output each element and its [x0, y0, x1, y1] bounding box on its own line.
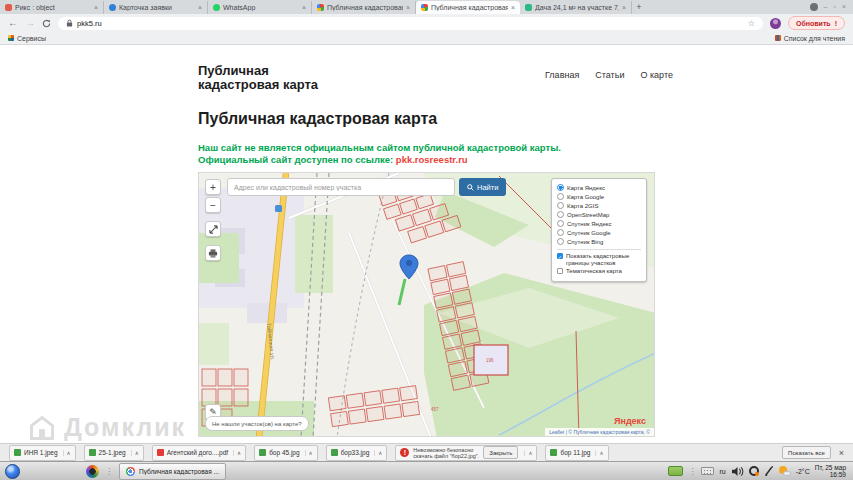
close-icon[interactable]: ×	[302, 4, 306, 11]
yandex-logo[interactable]: Яндекс	[614, 416, 646, 426]
taskbar-clock[interactable]: Пт, 25 мар 16:59	[815, 464, 846, 479]
chevron-up-icon[interactable]: ∧	[374, 450, 382, 456]
disclaimer-line1: Наш сайт не является официальным сайтом …	[198, 142, 561, 154]
zoom-in-button[interactable]: +	[205, 179, 221, 195]
tab-dacha[interactable]: Дача 24,1 м² на участке 7,2 с... ×	[520, 1, 632, 14]
downloads-close-icon[interactable]: ×	[839, 448, 844, 458]
keyboard-tray-icon[interactable]	[701, 467, 714, 475]
tab-title: Дача 24,1 м² на участке 7,2 с...	[535, 4, 619, 11]
reload-icon[interactable]	[42, 19, 51, 28]
close-icon[interactable]: ×	[198, 4, 202, 11]
address-bar[interactable]: pkk5.ru ☆	[58, 17, 763, 30]
tab-pkk-active[interactable]: Публичная кадастровая ка... ×	[416, 1, 520, 14]
layer-option-google-sat[interactable]: Спутник Google	[557, 228, 641, 237]
download-filename: 25-1.jpeg	[99, 449, 126, 456]
search-button[interactable]: Найти	[459, 178, 506, 196]
not-found-button[interactable]: Не нашли участок(ов) на карте?	[205, 416, 309, 431]
display-tray-icon[interactable]	[668, 466, 683, 476]
tab-pkk-1[interactable]: Публичная кадастровая ка... ×	[312, 1, 416, 14]
layer-option-yandex-map[interactable]: Карта Яндекс	[557, 183, 641, 192]
clock-date: Пт, 25 мар	[815, 464, 846, 472]
nav-home-link[interactable]: Главная	[545, 70, 579, 80]
chevron-up-icon[interactable]: ∧	[305, 450, 313, 456]
download-error-item[interactable]: ! Невозможно безопасно скачать файл "бор…	[395, 445, 537, 461]
download-item[interactable]: 25-1.jpeg ∧	[84, 445, 144, 461]
radio-icon[interactable]	[557, 229, 564, 236]
volume-icon[interactable]	[731, 466, 744, 477]
option-thematic-map[interactable]: Тематическая карта	[557, 268, 641, 275]
profile-avatar[interactable]	[770, 18, 781, 29]
screen: Рикс : object × Карточка заявки × WhatsA…	[0, 0, 853, 480]
pkk-favicon	[317, 4, 324, 11]
fullscreen-button[interactable]	[205, 221, 221, 237]
close-icon[interactable]: ×	[94, 4, 98, 11]
maximize-icon[interactable]: ▫	[833, 3, 835, 11]
tab-riks[interactable]: Рикс : object ×	[0, 1, 104, 14]
window-close-icon[interactable]: ×	[842, 3, 846, 11]
close-icon[interactable]: ×	[406, 4, 410, 11]
radio-icon[interactable]	[557, 193, 564, 200]
chevron-up-icon[interactable]: ∧	[524, 450, 532, 456]
headset-tray-icon[interactable]	[749, 466, 759, 476]
download-item[interactable]: бор33.jpg ∧	[326, 445, 388, 461]
option-show-boundaries[interactable]: ✓ Показать кадастровые границы участков	[557, 253, 641, 266]
nav-articles-link[interactable]: Статьи	[595, 70, 624, 80]
chevron-up-icon[interactable]: ∧	[63, 450, 71, 456]
tab-title: Публичная кадастровая ка...	[327, 4, 403, 11]
download-item[interactable]: бор 11.jpg ∧	[545, 445, 608, 461]
new-tab-button[interactable]: +	[632, 1, 646, 14]
layer-option-yandex-sat[interactable]: Спутник Яндекс	[557, 219, 641, 228]
show-all-downloads-button[interactable]: Показать все	[782, 446, 831, 459]
tab-whatsapp[interactable]: WhatsApp ×	[208, 1, 312, 14]
minimize-icon[interactable]: –	[824, 3, 828, 11]
map-attribution[interactable]: Leaflet | © Публичная кадастровая карта,…	[545, 428, 654, 436]
download-filename: бор33.jpg	[341, 449, 370, 456]
print-button[interactable]	[205, 245, 221, 261]
error-close-button[interactable]: Закрыть	[483, 446, 518, 459]
bus-stop-icon	[275, 205, 282, 212]
close-icon[interactable]: ×	[622, 4, 626, 11]
radio-icon[interactable]	[557, 184, 564, 191]
nav-about-link[interactable]: О карте	[640, 70, 672, 80]
tab-kartochka[interactable]: Карточка заявки ×	[104, 1, 208, 14]
update-browser-button[interactable]: Обновить !	[788, 16, 845, 30]
window-menu-icon[interactable]	[810, 3, 818, 11]
download-item[interactable]: бор 45.jpg ∧	[254, 445, 318, 461]
tab-title: WhatsApp	[223, 4, 299, 11]
radio-icon[interactable]	[557, 211, 564, 218]
search-input[interactable]	[227, 178, 455, 196]
layer-option-bing-sat[interactable]: Спутник Bing	[557, 237, 641, 246]
tab-title: Карточка заявки	[119, 4, 195, 11]
chevron-up-icon[interactable]: ∧	[131, 450, 139, 456]
close-icon[interactable]: ×	[511, 4, 515, 11]
start-button[interactable]	[5, 464, 20, 479]
site-logo[interactable]: Публичная кадастровая карта	[198, 64, 318, 92]
layer-option-osm[interactable]: OpenStreetMap	[557, 210, 641, 219]
reading-list-button[interactable]: Список для чтения	[775, 35, 845, 42]
checkbox-checked-icon[interactable]: ✓	[557, 253, 563, 259]
radio-icon[interactable]	[557, 220, 564, 227]
back-icon[interactable]: ←	[8, 18, 18, 28]
rosreestr-link[interactable]: pkk.rosreestr.ru	[396, 154, 468, 165]
checkbox-icon[interactable]	[557, 268, 563, 274]
forward-icon[interactable]: →	[25, 18, 35, 28]
chevron-up-icon[interactable]: ∧	[233, 450, 241, 456]
download-item[interactable]: ИНЯ 1.jpeg ∧	[9, 445, 76, 461]
taskbar-window-button[interactable]: Публичная кадастровая ...	[119, 463, 226, 480]
download-item[interactable]: Агентский дого....pdf ∧	[152, 445, 246, 461]
layer-option-2gis-map[interactable]: Карта 2GIS	[557, 201, 641, 210]
layer-option-google-map[interactable]: Карта Google	[557, 192, 641, 201]
chevron-up-icon[interactable]: ∧	[595, 450, 603, 456]
layer-label: Карта 2GIS	[567, 203, 598, 209]
bookmarks-bar: Сервисы Список для чтения	[0, 32, 853, 45]
weather-icon[interactable]	[779, 466, 791, 476]
stylus-tray-icon[interactable]	[764, 466, 774, 477]
radio-icon[interactable]	[557, 202, 564, 209]
radio-icon[interactable]	[557, 238, 564, 245]
pinned-app-icon[interactable]	[86, 465, 99, 478]
bookmark-star-icon[interactable]: ☆	[748, 19, 755, 28]
bookmark-services[interactable]: Сервисы	[8, 35, 46, 42]
zoom-out-button[interactable]: −	[205, 197, 221, 213]
whatsapp-favicon	[213, 4, 220, 11]
keyboard-layout-indicator[interactable]: ru	[719, 468, 725, 475]
